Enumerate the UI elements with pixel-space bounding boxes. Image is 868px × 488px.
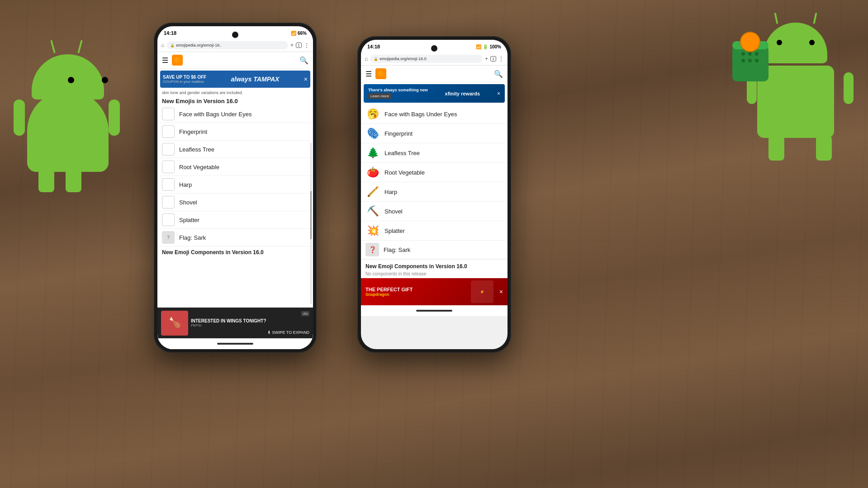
url-bar-left[interactable]: 🔒 emojipedia.org/emoji-16.. (166, 41, 288, 49)
emoji-item-8-left[interactable]: ? Flag: Sark (157, 229, 313, 246)
home-icon-right[interactable]: ⌂ (365, 56, 368, 62)
xfinity-text: There's always something new (368, 88, 428, 92)
emoji-name-1-right: Face with Bags Under Eyes (384, 111, 457, 118)
emoji-name-4-right: Root Vegetable (384, 169, 425, 176)
xfinity-cta[interactable]: Learn more (368, 93, 391, 99)
scrollbar-left[interactable] (310, 142, 312, 304)
xfinity-ad-right[interactable]: There's always something new Learn more … (364, 84, 505, 103)
page-subtitle-left: skin tone and gender variations are incl… (157, 90, 313, 96)
browser-bar-right: ⌂ 🔒 emojipedia.org/emoji-16.0 + 1 ⋮ (361, 52, 508, 66)
new-tab-icon-left[interactable]: + (290, 42, 294, 48)
section-title-2-right: New Emoji Components in Version 16.0 (361, 259, 508, 270)
tabs-icon-left[interactable]: 1 (296, 43, 302, 48)
android-mascot-left (14, 45, 140, 190)
emoji-placeholder-5-left (162, 178, 175, 191)
emoji-item-7-right[interactable]: 💥 Splatter (361, 221, 508, 241)
gesture-bar-right (416, 310, 452, 312)
snapdragon-close[interactable]: × (499, 288, 503, 295)
wings-emoji-left: 🍗 (169, 317, 181, 329)
ad-image-left: 🍗 (161, 311, 188, 336)
menu-icon-right[interactable]: ⋮ (498, 56, 504, 62)
ad-text-left: SAVE UP TO $6 OFF (163, 75, 206, 80)
android-arm-right (109, 99, 120, 136)
battery-left: 66% (298, 31, 307, 36)
leg-r-left (768, 136, 784, 161)
emoji-placeholder-3-left (162, 143, 175, 156)
android-right-body (757, 66, 834, 138)
android-body-left (27, 90, 109, 172)
phone-right-screen: 14:18 📶 🔋 100% ⌂ 🔒 emojipedia.org/emoji-… (361, 40, 508, 349)
emoji-item-4-right[interactable]: 🍅 Root Vegetable (361, 163, 508, 182)
android-arm-left (14, 99, 25, 136)
time-right: 14:18 (367, 44, 380, 49)
emoji-item-3-left[interactable]: Leafless Tree (157, 141, 313, 158)
emoji-item-2-right[interactable]: 🫆 Fingerprint (361, 124, 508, 143)
emoji-icon-3-right: 🌲 (365, 146, 380, 160)
expand-text-left[interactable]: ⬇ SWIPE TO EXPAND (267, 330, 309, 335)
status-icons-left: 📶 66% (291, 31, 307, 36)
emoji-icon-2-right: 🫆 (365, 126, 380, 141)
emoji-item-6-right[interactable]: ⛏️ Shovel (361, 202, 508, 221)
phone-right-frame: 14:18 📶 🔋 100% ⌂ 🔒 emojipedia.org/emoji-… (357, 36, 511, 353)
gesture-area-right (361, 305, 508, 316)
snapdragon-text: THE PERFECT GIFT (365, 287, 467, 292)
snapdragon-ad-right[interactable]: THE PERFECT GIFT Snapdragon ⚡ × (361, 278, 508, 305)
page-content-left: ☰ 🔶 🔍 SAVE UP TO $6 OFF COUPON in your m… (157, 52, 313, 349)
ad-banner-left[interactable]: SAVE UP TO $6 OFF COUPON in your mailbox… (160, 71, 310, 88)
no-components-right: No components in this release (361, 270, 508, 278)
ad-main-text-left: INTERESTED IN WINGS TONIGHT? (191, 318, 266, 323)
emoji-item-4-left[interactable]: Root Vegetable (157, 158, 313, 176)
emoji-list-left: Face with Bags Under Eyes Fingerprint Le… (157, 105, 313, 308)
bottom-ad-left[interactable]: 🍗 INTERESTED IN WINGS TONIGHT? PEPSI Ad … (157, 308, 313, 338)
ad-text-container-left: INTERESTED IN WINGS TONIGHT? PEPSI (191, 318, 266, 327)
url-bar-right[interactable]: 🔒 emojipedia.org/emoji-16.0 (370, 55, 483, 63)
ad-label-left: Ad (301, 311, 309, 316)
status-icons-right: 📶 🔋 100% (476, 44, 501, 49)
emoji-item-6-left[interactable]: Shovel (157, 194, 313, 211)
snapdragon-brand: Snapdragon (365, 292, 467, 297)
hamburger-icon-left[interactable]: ☰ (162, 56, 168, 65)
emoji-name-5-right: Harp (384, 189, 397, 195)
emoji-item-3-right[interactable]: 🌲 Leafless Tree (361, 143, 508, 163)
xfinity-close[interactable]: × (497, 90, 500, 97)
section-title-left: New Emojis in Version 16.0 (157, 96, 313, 105)
new-tab-icon-right[interactable]: + (485, 56, 488, 62)
android-leg-left (38, 161, 54, 192)
ad-close-left[interactable]: × (304, 76, 308, 83)
toy-decoration (732, 45, 768, 81)
emoji-item-1-left[interactable]: Face with Bags Under Eyes (157, 105, 313, 123)
emoji-item-5-right[interactable]: 🪈 Harp (361, 182, 508, 202)
tabs-icon-right[interactable]: 1 (490, 56, 496, 62)
android-eye-left-1 (68, 77, 74, 83)
emoji-item-7-left[interactable]: Splatter (157, 211, 313, 229)
emoji-icon-1-right: 🥱 (365, 107, 380, 121)
scrollbar-thumb-left (310, 191, 312, 239)
emoji-item-5-left[interactable]: Harp (157, 176, 313, 194)
search-icon-right[interactable]: 🔍 (494, 70, 503, 78)
emoji-name-3-right: Leafless Tree (384, 150, 420, 156)
android-leg-right (66, 161, 81, 192)
nav-bar-right: ☰ 🔶 🔍 (361, 66, 508, 82)
emoji-item-1-right[interactable]: 🥱 Face with Bags Under Eyes (361, 104, 508, 124)
android-right-head (764, 23, 827, 63)
ad-content-left: SAVE UP TO $6 OFF COUPON in your mailbox (163, 75, 206, 84)
logo-emoji-right: 🔶 (377, 70, 385, 77)
snapdragon-content: THE PERFECT GIFT Snapdragon (365, 287, 467, 297)
android-eye-left-2 (102, 77, 108, 83)
emoji-name-6-right: Shovel (384, 208, 403, 215)
camera-notch-left (232, 32, 238, 38)
nav-bar-left: ☰ 🔶 🔍 (157, 52, 313, 69)
emoji-item-8-right[interactable]: ❓ Flag: Sark (361, 241, 508, 259)
lock-icon-left: 🔒 (170, 43, 175, 47)
emoji-name-6-left: Shovel (179, 199, 197, 206)
search-icon-left[interactable]: 🔍 (299, 56, 308, 65)
hamburger-icon-right[interactable]: ☰ (365, 70, 372, 78)
emoji-name-3-left: Leafless Tree (179, 146, 214, 153)
emoji-item-2-left[interactable]: Fingerprint (157, 123, 313, 141)
lock-icon-right: 🔒 (374, 57, 378, 61)
home-icon-left[interactable]: ⌂ (161, 42, 164, 48)
arm-r-right (844, 72, 854, 104)
menu-icon-left[interactable]: ⋮ (304, 42, 309, 48)
battery-right: 100% (489, 44, 501, 49)
time-left: 14:18 (164, 30, 176, 36)
